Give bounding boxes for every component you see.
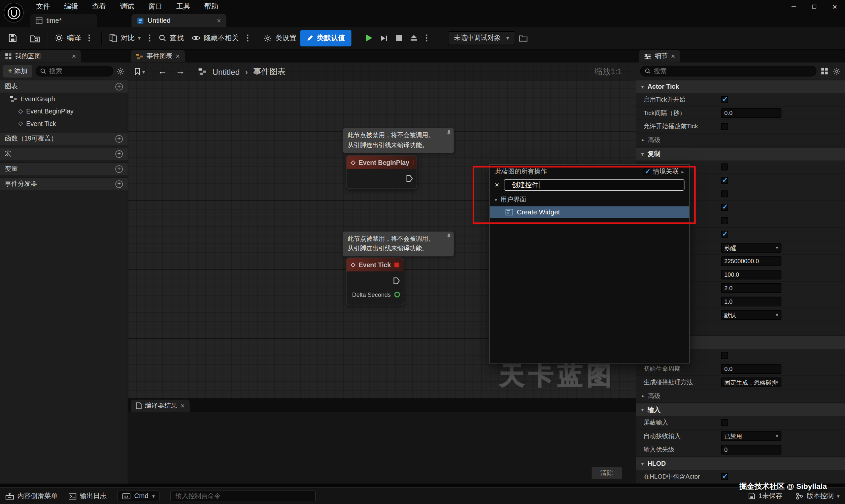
menu-help[interactable]: 帮助 bbox=[197, 0, 226, 13]
play-button[interactable] bbox=[361, 31, 376, 45]
category-input[interactable]: ▾ 输入 bbox=[636, 403, 845, 416]
breadcrumb-root[interactable]: Untitled bbox=[212, 67, 240, 76]
tree-item-begin-play[interactable]: ◇ Event BeginPlay bbox=[0, 105, 128, 118]
tree-item-tick[interactable]: ◇ Event Tick bbox=[0, 118, 128, 130]
my-blueprint-search-input[interactable]: 搜索 bbox=[36, 66, 113, 76]
debug-browse-button[interactable] bbox=[515, 31, 531, 45]
actor-checkbox-0[interactable] bbox=[721, 352, 728, 359]
add-dispatcher-icon[interactable]: + bbox=[115, 180, 123, 188]
exec-output-pin[interactable] bbox=[392, 276, 400, 284]
class-defaults-button[interactable]: 类默认值 bbox=[300, 30, 351, 46]
net-cull-distance-input[interactable] bbox=[721, 256, 781, 266]
add-variable-icon[interactable]: + bbox=[115, 165, 123, 173]
spawn-collision-dropdown[interactable]: 固定生成，忽略碰撞▾ bbox=[721, 377, 781, 387]
close-window-button[interactable]: × bbox=[825, 0, 845, 13]
menu-file[interactable]: 文件 bbox=[29, 0, 57, 13]
details-search-input[interactable]: 搜索 bbox=[640, 66, 816, 76]
pushpin-icon[interactable] bbox=[446, 130, 452, 135]
back-arrow-icon[interactable]: ← bbox=[158, 66, 167, 77]
tab-time[interactable]: time* bbox=[30, 14, 97, 27]
minimize-button[interactable]: ─ bbox=[784, 0, 804, 13]
menu-view[interactable]: 查看 bbox=[85, 0, 113, 13]
play-options-icon[interactable] bbox=[426, 37, 427, 39]
category-replication[interactable]: ▾ 复制 bbox=[636, 147, 845, 161]
maximize-button[interactable]: □ bbox=[804, 0, 825, 13]
tab-compiler-results[interactable]: 编译器结果 × bbox=[131, 399, 190, 412]
tab-untitled[interactable]: Untitled × bbox=[131, 14, 226, 27]
settings-gear-icon[interactable] bbox=[832, 67, 840, 75]
auto-receive-input-dropdown[interactable]: 已禁用▾ bbox=[721, 431, 781, 441]
more-options-icon[interactable] bbox=[149, 37, 151, 39]
physics-replication-dropdown[interactable]: 默认▾ bbox=[721, 310, 781, 320]
start-with-tick-checkbox[interactable] bbox=[721, 96, 728, 103]
replication-checkbox-0[interactable] bbox=[721, 164, 728, 170]
content-drawer-button[interactable]: 内容侧滑菜单 bbox=[5, 491, 57, 501]
replication-checkbox-2[interactable] bbox=[721, 190, 728, 197]
include-in-hlod-checkbox[interactable] bbox=[721, 473, 728, 480]
console-command-input[interactable] bbox=[171, 490, 316, 501]
close-icon[interactable]: × bbox=[176, 52, 179, 60]
replication-checkbox-4[interactable] bbox=[721, 217, 728, 224]
more-options-icon[interactable] bbox=[247, 37, 249, 39]
node-header[interactable]: ◇ Event Tick bbox=[347, 258, 404, 271]
exec-output-pin[interactable] bbox=[405, 174, 413, 182]
browse-asset-button[interactable] bbox=[27, 30, 43, 46]
section-macros[interactable]: 宏 + bbox=[0, 147, 128, 160]
node-header[interactable]: ◇ Event BeginPlay bbox=[347, 156, 417, 169]
find-button[interactable]: 查找 bbox=[155, 30, 188, 46]
section-functions[interactable]: 函数（19可覆盖） + bbox=[0, 132, 128, 145]
add-button[interactable]: + 添加 bbox=[3, 65, 33, 77]
menu-tools[interactable]: 工具 bbox=[169, 0, 197, 13]
section-graphs[interactable]: 图表 + bbox=[0, 80, 128, 93]
tick-interval-input[interactable] bbox=[721, 108, 781, 118]
close-tab-icon[interactable]: × bbox=[217, 17, 221, 24]
pushpin-icon[interactable] bbox=[446, 233, 452, 238]
hide-unrelated-button[interactable]: 隐藏不相关 bbox=[188, 30, 243, 46]
net-priority-input[interactable] bbox=[721, 297, 781, 306]
output-log-button[interactable]: 输出日志 bbox=[68, 491, 107, 501]
clear-button[interactable]: 清除 bbox=[592, 467, 622, 480]
forward-arrow-icon[interactable]: → bbox=[176, 66, 185, 77]
initial-life-span-input[interactable] bbox=[721, 364, 781, 374]
save-button[interactable] bbox=[4, 30, 21, 46]
menu-debug[interactable]: 调试 bbox=[113, 0, 141, 13]
min-net-update-frequency-input[interactable] bbox=[721, 283, 781, 293]
block-input-checkbox[interactable] bbox=[721, 419, 728, 426]
node-event-begin-play[interactable]: ◇ Event BeginPlay bbox=[346, 155, 417, 189]
net-dormancy-dropdown[interactable]: 苏醒▾ bbox=[721, 243, 781, 252]
close-icon[interactable]: × bbox=[180, 402, 184, 410]
tab-my-blueprint[interactable]: 我的蓝图 × bbox=[0, 50, 81, 63]
section-variables[interactable]: 变量 + bbox=[0, 162, 128, 175]
eject-button[interactable] bbox=[406, 31, 422, 45]
tab-event-graph[interactable]: 事件图表 × bbox=[131, 50, 185, 63]
add-macro-icon[interactable]: + bbox=[115, 150, 123, 158]
close-icon[interactable]: × bbox=[671, 52, 675, 60]
category-actor-tick[interactable]: ▾ Actor Tick bbox=[636, 80, 845, 93]
source-control-button[interactable]: 版本控制 ▾ bbox=[795, 491, 840, 501]
debug-object-dropdown[interactable]: 未选中调试对象 ▾ bbox=[448, 31, 515, 45]
bookmark-icon[interactable]: ▾ bbox=[134, 68, 145, 75]
input-priority-input[interactable] bbox=[721, 445, 781, 454]
advanced-expander[interactable]: ▸ 高级 bbox=[636, 133, 845, 147]
class-settings-button[interactable]: 类设置 bbox=[260, 30, 300, 46]
add-graph-icon[interactable]: + bbox=[115, 83, 123, 90]
replication-checkbox-1[interactable] bbox=[721, 177, 728, 184]
frame-skip-button[interactable] bbox=[376, 31, 392, 45]
replication-checkbox-5[interactable] bbox=[721, 231, 728, 238]
net-update-frequency-input[interactable] bbox=[721, 270, 781, 280]
float-output-pin[interactable] bbox=[394, 291, 400, 298]
compile-button[interactable]: 编译 bbox=[51, 30, 98, 46]
add-function-icon[interactable]: + bbox=[115, 135, 123, 143]
menu-window[interactable]: 窗口 bbox=[141, 0, 169, 13]
console-mode-dropdown[interactable]: Cmd ▾ bbox=[118, 490, 160, 501]
compile-options-icon[interactable] bbox=[88, 37, 90, 39]
stop-button[interactable] bbox=[392, 31, 406, 45]
tree-item-eventgraph[interactable]: EventGraph bbox=[0, 93, 128, 105]
tab-details[interactable]: 细节 × bbox=[639, 50, 680, 63]
category-hlod[interactable]: ▾ HLOD bbox=[636, 456, 845, 470]
close-icon[interactable]: × bbox=[72, 52, 76, 60]
filter-gear-icon[interactable] bbox=[117, 67, 124, 75]
diff-button[interactable]: 对比 ▾ bbox=[105, 30, 144, 46]
tick-before-begin-checkbox[interactable] bbox=[721, 123, 728, 130]
menu-edit[interactable]: 编辑 bbox=[57, 0, 85, 13]
